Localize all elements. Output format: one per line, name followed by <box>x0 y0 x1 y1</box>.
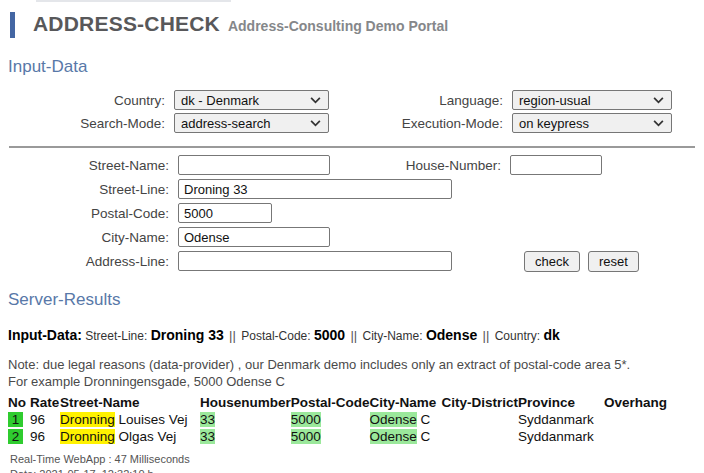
housenumber-cell: 33 <box>200 411 291 428</box>
postal-code-label: Postal-Code: <box>8 206 178 221</box>
postal-code-cell: 5000 <box>291 428 370 445</box>
chevron-down-icon <box>653 97 664 104</box>
postal-code-cell: 5000 <box>291 411 370 428</box>
form-row-street-line: Street-Line: <box>8 179 704 199</box>
summary-label: Country: <box>495 329 540 343</box>
execution-mode-select-value: on keypress <box>519 116 589 131</box>
col-header-street-name: Street-Name <box>60 394 200 411</box>
overhang-cell <box>604 428 684 445</box>
rate-cell: 96 <box>30 428 60 445</box>
chevron-down-icon <box>310 97 321 104</box>
postal-match-highlight: 5000 <box>291 412 321 427</box>
city-match-highlight: Odense <box>370 429 417 444</box>
col-header-province: Province <box>518 394 604 411</box>
street-name-label: Street-Name: <box>8 158 178 173</box>
date-text: Date: 2021-05-17, 12:32:10 h <box>10 467 704 473</box>
street-match-highlight: Dronning <box>60 429 115 444</box>
summary-value: 5000 <box>314 327 345 343</box>
form-row-address-line: Address-Line: check reset <box>8 251 704 271</box>
form-row-street-name: Street-Name: House-Number: <box>8 155 704 175</box>
result-row: 1 96 Dronning Louises Vej 33 5000 Odense… <box>8 411 684 428</box>
rate-cell: 96 <box>30 411 60 428</box>
response-time-text: Real-Time WebApp : 47 Milliseconds <box>10 452 704 467</box>
city-name-cell: Odense C <box>370 411 442 428</box>
row-number-badge: 2 <box>8 429 23 444</box>
overhang-cell <box>604 411 684 428</box>
city-name-cell: Odense C <box>370 428 442 445</box>
city-rest: C <box>417 412 431 427</box>
housenumber-match-highlight: 33 <box>200 412 215 427</box>
country-select-value: dk - Denmark <box>181 93 259 108</box>
city-name-input[interactable] <box>178 227 330 247</box>
input-data-summary: Input-Data: Street-Line: Droning 33 || P… <box>8 327 704 343</box>
summary-separator: || <box>348 328 359 343</box>
street-line-input[interactable] <box>178 179 452 199</box>
house-number-input[interactable] <box>510 155 602 175</box>
execution-mode-label: Execution-Mode: <box>329 116 512 131</box>
legal-note-line2: For example Dronningensgade, 5000 Odense… <box>8 373 704 390</box>
col-header-postal-code: Postal-Code <box>291 394 370 411</box>
street-match-highlight: Dronning <box>60 412 115 427</box>
city-district-cell <box>442 428 519 445</box>
summary-separator: || <box>227 328 238 343</box>
housenumber-cell: 33 <box>200 428 291 445</box>
summary-separator: || <box>481 328 492 343</box>
result-row: 2 96 Dronning Olgas Vej 33 5000 Odense C… <box>8 428 684 445</box>
cropped-text-artifact <box>36 0 231 2</box>
reset-button[interactable]: reset <box>588 251 639 272</box>
search-mode-select[interactable]: address-search <box>174 113 329 133</box>
postal-code-input[interactable] <box>178 203 272 223</box>
province-cell: Syddanmark <box>518 428 604 445</box>
housenumber-match-highlight: 33 <box>200 429 215 444</box>
address-line-input[interactable] <box>178 251 452 271</box>
street-name-cell: Dronning Olgas Vej <box>60 428 200 445</box>
chevron-down-icon <box>653 120 664 127</box>
summary-prefix: Input-Data: <box>8 327 82 343</box>
summary-label: City-Name: <box>363 329 423 343</box>
form-row-postal-code: Postal-Code: <box>8 203 704 223</box>
search-mode-select-value: address-search <box>181 116 271 131</box>
address-form: Street-Name: House-Number: Street-Line: … <box>0 155 704 271</box>
city-district-cell <box>442 411 519 428</box>
results-table: No Rate Street-Name Housenumber Postal-C… <box>8 394 684 445</box>
select-row-1: Country: dk - Denmark Language: region-u… <box>8 90 704 110</box>
col-header-city-district: City-District <box>442 394 519 411</box>
input-data-heading: Input-Data <box>8 57 704 77</box>
address-line-label: Address-Line: <box>8 254 178 269</box>
execution-mode-select[interactable]: on keypress <box>512 113 672 133</box>
street-line-label: Street-Line: <box>8 182 178 197</box>
street-name-cell: Dronning Louises Vej <box>60 411 200 428</box>
col-header-rate: Rate <box>30 394 60 411</box>
street-rest: Louises Vej <box>115 412 188 427</box>
house-number-label: House-Number: <box>330 158 510 173</box>
summary-value: dk <box>543 327 559 343</box>
col-header-housenumber: Housenumber <box>200 394 291 411</box>
brand-bar <box>10 12 15 38</box>
status-footer: Real-Time WebApp : 47 Milliseconds Date:… <box>10 452 704 473</box>
col-header-city-name: City-Name <box>370 394 442 411</box>
language-label: Language: <box>329 93 512 108</box>
country-label: Country: <box>8 93 174 108</box>
app-subtitle: Address-Consulting Demo Portal <box>228 18 448 34</box>
language-select[interactable]: region-usual <box>512 90 672 110</box>
city-rest: C <box>417 429 431 444</box>
divider <box>9 146 695 148</box>
summary-label: Street-Line: <box>85 329 147 343</box>
province-cell: Syddanmark <box>518 411 604 428</box>
select-area: Country: dk - Denmark Language: region-u… <box>0 90 704 133</box>
street-name-input[interactable] <box>178 155 330 175</box>
summary-value: Droning 33 <box>151 327 224 343</box>
check-button[interactable]: check <box>524 251 580 272</box>
server-results-heading: Server-Results <box>8 290 704 310</box>
city-name-label: City-Name: <box>8 230 178 245</box>
button-group: check reset <box>524 251 639 272</box>
country-select[interactable]: dk - Denmark <box>174 90 329 110</box>
col-header-overhang: Overhang <box>604 394 684 411</box>
language-select-value: region-usual <box>519 93 591 108</box>
postal-match-highlight: 5000 <box>291 429 321 444</box>
legal-note-line1: Note: due legal reasons (data-provider) … <box>8 356 704 373</box>
chevron-down-icon <box>310 120 321 127</box>
app-title: ADDRESS-CHECK <box>33 12 220 36</box>
form-row-city-name: City-Name: <box>8 227 704 247</box>
select-row-2: Search-Mode: address-search Execution-Mo… <box>8 113 704 133</box>
